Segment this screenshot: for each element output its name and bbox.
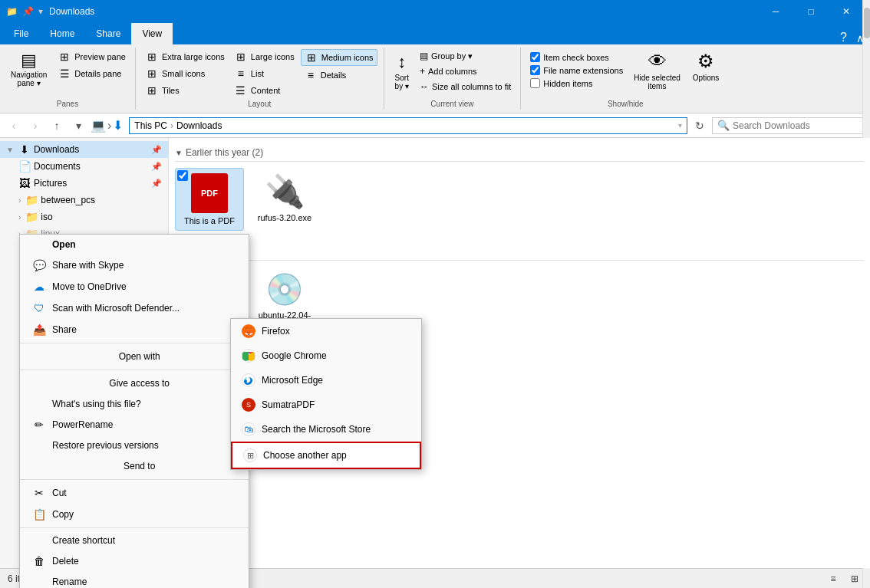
window-controls: ─ □ ✕ [758, 0, 864, 23]
sidebar-item-downloads[interactable]: ▼ ⬇ Downloads 📌 [0, 141, 168, 158]
ctx-powerrename[interactable]: ✏ PowerRename [20, 414, 249, 435]
preview-pane-button[interactable]: ⊞ Preview pane [54, 49, 129, 64]
back-button[interactable]: ‹ [5, 117, 23, 135]
help-icon[interactable]: ? [834, 31, 853, 44]
window-title: Downloads [49, 6, 758, 17]
ctx-send-to[interactable]: Send to [20, 455, 249, 477]
ctx-copy[interactable]: 📋 Copy [20, 504, 249, 525]
submenu-search-store[interactable]: 🛍 Search the Microsoft Store [231, 417, 421, 442]
details-pane-icon: ☰ [58, 67, 71, 80]
size-columns-icon: ↔ [420, 81, 429, 92]
ctx-create-shortcut[interactable]: Create shortcut [20, 531, 249, 550]
hide-selected-icon: 👁 [648, 51, 667, 72]
hide-selected-label[interactable]: Hide selecteditems [634, 74, 681, 90]
extra-large-label: Extra large icons [162, 52, 225, 61]
ctx-cut-icon: ✂ [32, 487, 46, 499]
medium-icons-button[interactable]: ⊞ Medium icons [301, 49, 377, 66]
ctx-share-label: Share [52, 324, 77, 335]
ctx-give-access[interactable]: Give access to [20, 373, 249, 394]
tab-share[interactable]: Share [85, 23, 131, 44]
details-view-button[interactable]: ≡ [826, 571, 841, 586]
submenu-firefox[interactable]: 🦊 Firefox [231, 319, 421, 343]
ctx-copy-label: Copy [52, 509, 74, 520]
ctx-share[interactable]: 📤 Share [20, 319, 249, 340]
group-by-label: Group by ▾ [431, 51, 473, 61]
ctx-restore-versions[interactable]: Restore previous versions [20, 435, 249, 455]
current-view-section-label: Current view [391, 98, 515, 108]
ctx-powerrename-label: PowerRename [52, 419, 113, 430]
title-bar-pin: 📌 [22, 6, 34, 17]
iso-arrow: › [18, 213, 21, 222]
list-button[interactable]: ≡ List [231, 66, 298, 81]
details-pane-button[interactable]: ☰ Details pane [54, 66, 129, 81]
ctx-move-onedrive[interactable]: ☁ Move to OneDrive [20, 276, 249, 297]
tab-file[interactable]: File [3, 23, 39, 44]
navigation-pane-button[interactable]: ▤ Navigationpane ▾ [6, 49, 51, 90]
search-input[interactable] [733, 120, 860, 131]
ctx-rename[interactable]: Rename [20, 572, 249, 588]
address-path[interactable]: This PC › Downloads ▾ [129, 117, 687, 134]
file-name-extensions-input[interactable] [530, 65, 540, 75]
ctx-delete-label: Delete [52, 556, 79, 567]
panes-section-label: Panes [6, 98, 129, 108]
ctx-whats-using[interactable]: What's using this file? [20, 394, 249, 414]
add-columns-button[interactable]: + Add columns [417, 64, 514, 78]
group-by-button[interactable]: ▤ Group by ▾ [417, 49, 514, 63]
options-label[interactable]: Options [693, 74, 719, 82]
grid-view-button[interactable]: ⊞ [847, 571, 862, 586]
item-check-boxes-checkbox[interactable]: Item check boxes [530, 52, 623, 62]
forward-button[interactable]: › [26, 117, 44, 135]
submenu-edge[interactable]: Microsoft Edge [231, 368, 421, 393]
ctx-delete[interactable]: 🗑 Delete [20, 550, 249, 572]
minimize-button[interactable]: ─ [758, 0, 793, 23]
section1-label: Earlier this year (2) [186, 147, 263, 158]
file-item-rufus[interactable]: 🔌 rufus-3.20.exe [250, 168, 319, 231]
rufus-file-icon: 🔌 [265, 172, 305, 210]
submenu-choose-another[interactable]: ⊞ Choose another app [231, 442, 421, 469]
maximize-button[interactable]: □ [793, 0, 829, 23]
sidebar-item-between-pcs[interactable]: › 📁 between_pcs [0, 192, 168, 209]
ctx-restore-label: Restore previous versions [52, 440, 159, 451]
ctx-create-shortcut-label: Create shortcut [52, 535, 115, 546]
ctx-scan-defender[interactable]: 🛡 Scan with Microsoft Defender... [20, 297, 249, 319]
ctx-share-skype[interactable]: 💬 Share with Skype [20, 255, 249, 276]
extra-large-icons-button[interactable]: ⊞ Extra large icons [142, 49, 228, 64]
small-icons-button[interactable]: ⊞ Small icons [142, 66, 228, 81]
sort-by-button[interactable]: ↕ Sortby ▾ [391, 49, 414, 94]
search-bar[interactable]: 🔍 [712, 117, 865, 134]
large-icons-icon: ⊞ [234, 51, 248, 63]
ctx-open-with-label: Open with [119, 351, 160, 362]
submenu-sumatra[interactable]: S SumatraPDF [231, 393, 421, 417]
large-icons-button[interactable]: ⊞ Large icons [231, 49, 298, 64]
refresh-button[interactable]: ↻ [690, 117, 709, 135]
file-item-pdf[interactable]: PDF This is a PDF [175, 168, 244, 231]
sidebar-item-documents[interactable]: 📄 Documents 📌 [0, 158, 168, 175]
sort-by-label: Sortby ▾ [395, 74, 409, 90]
hidden-items-input[interactable] [530, 78, 540, 88]
hidden-items-checkbox[interactable]: Hidden items [530, 78, 623, 88]
details-button[interactable]: ≡ Details [301, 67, 377, 83]
ctx-open-with[interactable]: Open with [20, 346, 249, 367]
tiles-button[interactable]: ⊞ Tiles [142, 83, 228, 98]
layout-column-2: ⊞ Large icons ≡ List ☰ Content [231, 49, 298, 98]
ctx-cut-label: Cut [52, 488, 67, 498]
file-name-extensions-checkbox[interactable]: File name extensions [530, 65, 623, 75]
recent-paths-button[interactable]: ▾ [69, 117, 87, 135]
pdf-checkbox[interactable] [177, 170, 188, 181]
sidebar-item-pictures[interactable]: 🖼 Pictures 📌 [0, 175, 168, 192]
ctx-open[interactable]: Open [20, 235, 249, 255]
tab-home[interactable]: Home [39, 23, 85, 44]
between-pcs-arrow: › [18, 196, 21, 205]
item-check-boxes-input[interactable] [530, 52, 540, 62]
content-button[interactable]: ☰ Content [231, 83, 298, 98]
tab-view[interactable]: View [131, 23, 173, 44]
ctx-cut[interactable]: ✂ Cut [20, 482, 249, 504]
iso-icon: 📁 [25, 211, 38, 223]
size-columns-button[interactable]: ↔ Size all columns to fit [417, 80, 514, 94]
ctx-defender-label: Scan with Microsoft Defender... [52, 303, 180, 314]
sidebar-item-iso[interactable]: › 📁 iso [0, 209, 168, 225]
close-button[interactable]: ✕ [829, 0, 864, 23]
submenu-chrome[interactable]: Google Chrome [231, 343, 421, 368]
up-button[interactable]: ↑ [48, 117, 66, 135]
preview-pane-label: Preview pane [74, 52, 126, 61]
